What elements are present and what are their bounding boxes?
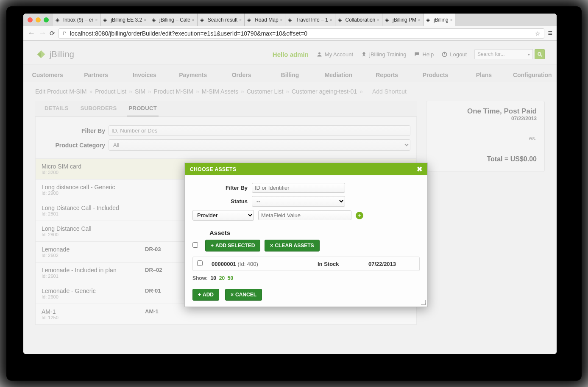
- breadcrumb-item[interactable]: Customer ageing-test-01: [292, 88, 357, 95]
- breadcrumb-item[interactable]: Product M-SIM: [154, 88, 193, 95]
- nav-configuration[interactable]: Configuration: [508, 72, 557, 78]
- search-input[interactable]: [474, 49, 525, 59]
- filter-by-input[interactable]: [109, 125, 410, 136]
- product-code: AM-1: [145, 308, 179, 320]
- brand-logo[interactable]: jBilling: [35, 48, 74, 60]
- summary-date: 07/22/2013: [434, 116, 537, 122]
- url-bar: ← → ⟳ 🗋 localhost:8080/jbilling/orderBui…: [23, 26, 557, 41]
- forward-button[interactable]: →: [39, 29, 46, 38]
- asset-checkbox[interactable]: [197, 260, 203, 266]
- tab-close-icon[interactable]: ×: [330, 18, 332, 22]
- my-account-link[interactable]: My Account: [316, 51, 353, 58]
- minimize-window[interactable]: [36, 17, 41, 22]
- main-nav: CustomersPartnersInvoicesPaymentsOrdersB…: [23, 64, 557, 82]
- product-id: Id: 2801: [42, 211, 139, 216]
- clear-assets-button[interactable]: ×CLEAR ASSETS: [265, 240, 319, 252]
- add-selected-button[interactable]: +ADD SELECTED: [205, 240, 260, 252]
- breadcrumb-item[interactable]: M-SIM Assets: [202, 88, 238, 95]
- nav-plans[interactable]: Plans: [460, 72, 508, 78]
- product-code: DR-01: [145, 287, 179, 299]
- logo-icon: [35, 48, 47, 60]
- inner-tab-details[interactable]: DETAILS: [43, 101, 70, 116]
- summary-title: One Time, Post Paid: [434, 107, 537, 116]
- product-name: Long distance call - Generic: [42, 184, 139, 191]
- nav-partners[interactable]: Partners: [72, 72, 120, 78]
- nav-payments[interactable]: Payments: [169, 72, 217, 78]
- resize-handle[interactable]: [421, 300, 426, 305]
- svg-rect-4: [444, 52, 445, 54]
- show-50[interactable]: 50: [228, 275, 233, 281]
- browser-tab[interactable]: ◈Travel Info – 1×: [285, 14, 335, 26]
- breadcrumb-item[interactable]: Edit Product M-SIM: [35, 88, 86, 95]
- browser-tab[interactable]: ◈jBilling – Cale×: [149, 14, 198, 26]
- browser-tab[interactable]: ◈jBilling×: [424, 14, 456, 26]
- tab-label: Collaboration: [346, 17, 376, 23]
- maximize-window[interactable]: [44, 17, 49, 22]
- logout-link[interactable]: Logout: [441, 51, 467, 58]
- inner-tab-product[interactable]: PRODUCT: [127, 101, 159, 116]
- add-shortcut-link[interactable]: Add Shortcut: [372, 88, 407, 95]
- search-button[interactable]: [535, 49, 545, 59]
- search-dropdown[interactable]: ▾: [525, 49, 533, 59]
- close-window[interactable]: [28, 17, 33, 22]
- tab-close-icon[interactable]: ×: [377, 18, 379, 22]
- nav-customers[interactable]: Customers: [23, 72, 72, 78]
- tab-close-icon[interactable]: ×: [239, 18, 242, 22]
- breadcrumb-item[interactable]: Product List: [95, 88, 126, 95]
- back-button[interactable]: ←: [28, 29, 35, 38]
- reload-button[interactable]: ⟳: [50, 30, 55, 37]
- modal-metafield-input[interactable]: [258, 210, 351, 220]
- tab-close-icon[interactable]: ×: [144, 18, 146, 22]
- nav-reports[interactable]: Reports: [363, 72, 411, 78]
- show-20[interactable]: 20: [219, 275, 225, 281]
- asset-row[interactable]: 00000001 (Id: 400) In Stock 07/22/2013: [192, 257, 420, 271]
- browser-tab[interactable]: ◈Search result×: [198, 14, 245, 26]
- tab-label: Search result: [208, 17, 238, 23]
- modal-filter-by-input[interactable]: [252, 183, 345, 193]
- show-10[interactable]: 10: [211, 275, 216, 281]
- tab-close-icon[interactable]: ×: [280, 18, 283, 22]
- add-metafield-button[interactable]: +: [356, 212, 363, 219]
- product-name: Long Distance Call - Included: [42, 205, 139, 211]
- modal-status-select[interactable]: --: [252, 196, 345, 207]
- modal-close-icon[interactable]: ✖: [417, 165, 423, 173]
- nav-billing[interactable]: Billing: [266, 72, 314, 78]
- cancel-button[interactable]: ×CANCEL: [225, 289, 262, 301]
- asset-number: 00000001: [212, 261, 236, 267]
- browser-tab[interactable]: ◈Collaboration×: [335, 14, 383, 26]
- browser-menu-icon[interactable]: ≡: [548, 29, 552, 38]
- browser-tab[interactable]: ◈jBilling EE 3.2×: [100, 14, 149, 26]
- tab-favicon: ◈: [385, 17, 391, 23]
- training-link[interactable]: jBilling Training: [361, 51, 406, 58]
- order-summary: One Time, Post Paid 07/22/2013 es. Total…: [426, 101, 545, 172]
- product-row[interactable]: AM-1Id: 1250AM-1: [36, 304, 416, 325]
- breadcrumb-item[interactable]: Customer List: [247, 88, 283, 95]
- nav-invoices[interactable]: Invoices: [120, 72, 169, 78]
- tab-favicon: ◈: [152, 17, 158, 23]
- browser-tab[interactable]: ◈jBilling PM×: [382, 14, 424, 26]
- tab-close-icon[interactable]: ×: [95, 18, 98, 22]
- select-all-checkbox[interactable]: [192, 242, 198, 248]
- product-name: Lemonade - Included in plan: [42, 267, 139, 274]
- nav-orders[interactable]: Orders: [217, 72, 265, 78]
- svg-point-2: [318, 52, 320, 54]
- help-link[interactable]: Help: [414, 51, 434, 58]
- browser-window: ◈Inbox (9) – er×◈jBilling EE 3.2×◈jBilli…: [23, 14, 557, 354]
- modal-metafield-select[interactable]: Provider: [192, 210, 254, 221]
- product-name: Long Distance Call: [42, 225, 139, 232]
- breadcrumb-item[interactable]: SIM: [135, 88, 145, 95]
- inner-tab-suborders[interactable]: SUBORDERS: [79, 101, 119, 116]
- address-bar[interactable]: 🗋 localhost:8080/jbilling/orderBuilder/e…: [59, 28, 544, 39]
- product-id: Id: 1250: [42, 315, 139, 320]
- bookmark-icon[interactable]: ☆: [535, 30, 541, 37]
- category-select[interactable]: All: [109, 139, 410, 151]
- nav-mediation[interactable]: Mediation: [314, 72, 362, 78]
- browser-tab[interactable]: ◈Road Map×: [245, 14, 285, 26]
- tab-close-icon[interactable]: ×: [418, 18, 421, 22]
- tab-close-icon[interactable]: ×: [192, 18, 195, 22]
- browser-tab[interactable]: ◈Inbox (9) – er×: [53, 14, 100, 26]
- add-button[interactable]: +ADD: [192, 289, 219, 301]
- tab-close-icon[interactable]: ×: [450, 18, 453, 22]
- tab-label: jBilling – Cale: [159, 17, 190, 23]
- nav-products[interactable]: Products: [411, 72, 460, 78]
